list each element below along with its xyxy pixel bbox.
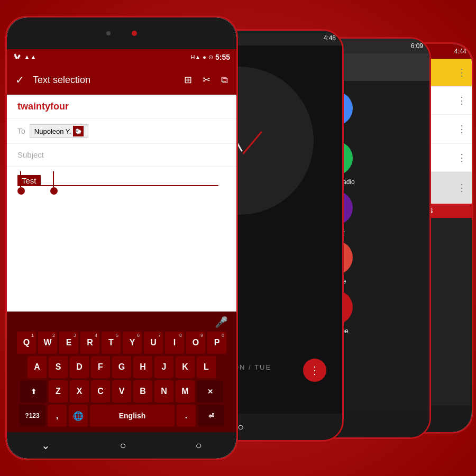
phone2-nav-home[interactable]: ○ (237, 421, 244, 433)
key-k[interactable]: K (176, 356, 195, 378)
keyboard: 🎤 1Q 2W 3E 4R 5T 6Y 7U 8I 9O 0P A (7, 312, 236, 432)
key-x[interactable]: X (70, 380, 89, 402)
key-g[interactable]: G (112, 356, 131, 378)
key-num-toggle[interactable]: ?123 (19, 405, 45, 427)
mic-icon[interactable]: 🎤 (215, 316, 228, 328)
key-n[interactable]: N (154, 380, 173, 402)
key-z[interactable]: Z (49, 380, 68, 402)
key-w[interactable]: 2W (38, 332, 57, 354)
key-i[interactable]: 8I (165, 332, 184, 354)
action-bar-icons: ⊞ ✂ ⧉ (184, 74, 228, 86)
key-space[interactable]: English (90, 405, 175, 427)
key-t[interactable]: 5T (102, 332, 121, 354)
phone-1: 🐿 ▲▲ H▲ ● ⊙ 5:55 ✓ Text selection ⊞ ✂ ⧉ (5, 16, 238, 460)
key-s[interactable]: S (49, 356, 68, 378)
to-label: To (17, 127, 25, 135)
fab-button[interactable]: ⋮ (303, 359, 326, 382)
compose-area: twaintyfour To Nupoleon Y. 🐑 Subject Tes… (7, 95, 236, 312)
key-row-3: ⬆ Z X C V B N M ✕ (9, 380, 234, 402)
key-b[interactable]: B (133, 380, 152, 402)
recipient-name: Nupoleon Y. (34, 127, 71, 135)
check-icon[interactable]: ✓ (15, 74, 24, 86)
key-r[interactable]: 4R (80, 332, 99, 354)
key-f[interactable]: F (91, 356, 110, 378)
nav-home-icon[interactable]: ○ (120, 440, 126, 452)
phone3-time: 6:09 (411, 42, 423, 50)
body-area[interactable]: Test (7, 167, 236, 312)
nav-recents-icon[interactable]: ○ (195, 440, 202, 452)
email-to-row: To Nupoleon Y. 🐑 (7, 119, 236, 144)
key-u[interactable]: 7U (144, 332, 163, 354)
more-icon-5[interactable]: ⋮ (457, 182, 466, 194)
squirrel-icon: 🐿 (13, 53, 21, 61)
key-comma[interactable]: , (48, 405, 67, 427)
selection-handle-left (17, 187, 25, 195)
key-o[interactable]: 9O (186, 332, 205, 354)
selection-handle-right (50, 187, 58, 195)
alarm-icon: ⊙ (208, 54, 213, 61)
front-camera (132, 31, 137, 36)
h-signal-icon: H▲ (190, 54, 200, 60)
key-j[interactable]: J (154, 356, 173, 378)
more-icon-4[interactable]: ⋮ (457, 152, 466, 163)
signal-icon: ▲▲ (24, 53, 36, 61)
key-globe[interactable]: 🌐 (69, 405, 88, 427)
phone1-nav-bar: ⌄ ○ ○ (7, 432, 236, 459)
recipient-avatar: 🐑 (73, 126, 84, 136)
key-l[interactable]: L (197, 356, 216, 378)
email-from: twaintyfour (7, 95, 236, 119)
more-icon-2[interactable]: ⋮ (457, 95, 466, 106)
key-backspace[interactable]: ✕ (197, 380, 223, 402)
key-e[interactable]: 3E (59, 332, 78, 354)
key-m[interactable]: M (176, 380, 195, 402)
nav-back-icon[interactable]: ⌄ (41, 439, 50, 452)
phones-wrapper: 🐿 ▲▲ H▲ ● ⊙ 5:55 ✓ Text selection ⊞ ✂ ⧉ (0, 0, 476, 476)
key-d[interactable]: D (70, 356, 89, 378)
phone-top-decor (7, 17, 236, 49)
selection-handles (17, 187, 226, 195)
action-bar-title: Text selection (33, 75, 176, 86)
phone1-action-bar: ✓ Text selection ⊞ ✂ ⧉ (7, 65, 236, 95)
key-row-1: 1Q 2W 3E 4R 5T 6Y 7U 8I 9O 0P (9, 332, 234, 354)
key-enter[interactable]: ⏎ (198, 405, 224, 427)
subject-placeholder: Subject (17, 150, 44, 159)
key-q[interactable]: 1Q (17, 332, 36, 354)
wifi-icon: ● (203, 54, 206, 60)
key-row-4: ?123 , 🌐 English . ⏎ (9, 405, 234, 427)
status-left: 🐿 ▲▲ (13, 53, 36, 61)
status-time: 5:55 (215, 53, 230, 61)
phone4-time: 4:44 (454, 48, 466, 55)
phone1-status-bar: 🐿 ▲▲ H▲ ● ⊙ 5:55 (7, 49, 236, 65)
phone2-time: 4:48 (324, 34, 336, 42)
key-c[interactable]: C (91, 380, 110, 402)
key-v[interactable]: V (112, 380, 131, 402)
copy-icon[interactable]: ⧉ (221, 75, 228, 86)
key-p[interactable]: 0P (207, 332, 226, 354)
subject-row[interactable]: Subject (7, 144, 236, 167)
key-shift[interactable]: ⬆ (20, 380, 47, 402)
grid-icon[interactable]: ⊞ (184, 74, 192, 86)
recipient-chip[interactable]: Nupoleon Y. 🐑 (30, 124, 89, 138)
more-icon-1[interactable]: ⋮ (457, 67, 466, 78)
cut-icon[interactable]: ✂ (203, 74, 210, 86)
text-underline (17, 185, 218, 186)
key-period[interactable]: . (177, 405, 196, 427)
more-icon-3[interactable]: ⋮ (457, 123, 466, 135)
status-right: H▲ ● ⊙ 5:55 (190, 53, 230, 61)
key-h[interactable]: H (133, 356, 152, 378)
mic-row: 🎤 (9, 315, 234, 329)
key-y[interactable]: 6Y (123, 332, 142, 354)
key-a[interactable]: A (28, 356, 47, 378)
key-row-2: A S D F G H J K L (9, 356, 234, 378)
sensor-dot (106, 31, 111, 35)
